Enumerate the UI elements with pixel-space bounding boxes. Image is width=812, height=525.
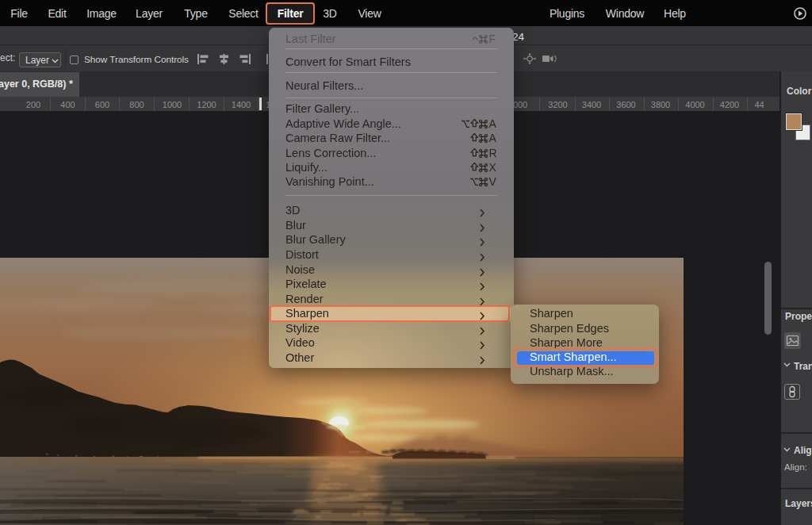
svg-text:V: V [489,175,497,188]
svg-text:F: F [489,33,496,45]
svg-text:A: A [489,132,497,144]
svg-text:X: X [489,161,497,174]
svg-text:A: A [489,117,497,130]
svg-text:R: R [489,147,497,159]
